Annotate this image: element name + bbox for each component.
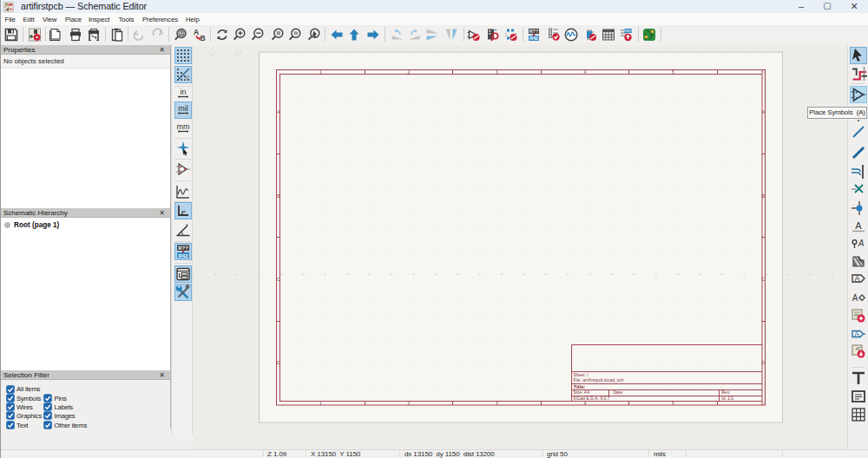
svg-text:mm: mm [177,122,190,131]
svg-text:File: artifirstpcb.kicad_sch: File: artifirstpcb.kicad_sch [574,378,624,383]
svg-text:R42: R42 [178,253,188,258]
svg-text:R??: R?? [529,29,538,34]
svg-text:A: A [855,346,858,351]
svg-text:A: A [194,28,199,36]
svg-text:A: A [854,274,859,283]
svg-text:A: A [852,293,858,303]
svg-text:Rev:: Rev: [721,390,730,395]
svg-text:mil: mil [178,104,188,113]
svg-text:5: 5 [672,401,674,406]
svg-text:Date:: Date: [614,390,624,395]
svg-text:C: C [277,277,280,282]
svg-text:KiCad E.D.A. 9.0.7: KiCad E.D.A. 9.0.7 [574,396,610,401]
svg-text:B: B [200,34,205,43]
svg-text:D: D [277,360,280,365]
svg-text:5: 5 [672,69,674,75]
svg-text:1: 1 [319,401,322,406]
svg-text:6: 6 [761,401,764,406]
svg-text:Title:: Title: [574,384,586,389]
svg-text:4: 4 [583,401,586,406]
svg-text:3: 3 [496,69,498,75]
svg-text:1: 1 [319,69,322,75]
svg-text:R??: R?? [178,245,188,251]
svg-text:A: A [854,330,859,338]
svg-text:2: 2 [407,69,410,75]
svg-text:3: 3 [496,401,498,406]
svg-text:in: in [180,88,186,96]
svg-text:2: 2 [407,401,410,406]
svg-text:A: A [855,220,862,231]
svg-text:4: 4 [583,69,586,75]
svg-text:Size: A4: Size: A4 [574,390,590,395]
svg-text:D: D [762,360,766,365]
svg-text:Sheet: /: Sheet: / [574,373,589,377]
svg-text:Id: 1/1: Id: 1/1 [721,396,733,401]
svg-text:6: 6 [761,69,764,75]
svg-text:bom: bom [624,29,632,33]
svg-text:C: C [762,277,766,282]
svg-text:R42: R42 [529,36,538,41]
svg-text:A: A [857,239,864,248]
